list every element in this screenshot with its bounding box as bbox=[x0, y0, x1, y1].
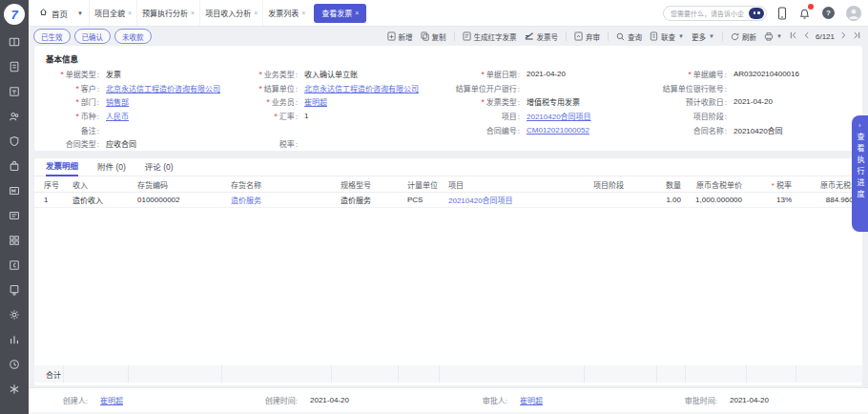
audit-footer: 创建人:崔明超 创建时间:2021-04-20 审批人:崔明超 审批时间:202… bbox=[29, 387, 868, 412]
inventory-name-link[interactable]: 造价服务 bbox=[221, 195, 331, 205]
assistant-robot-icon[interactable] bbox=[749, 8, 764, 19]
tab-home[interactable]: 首页 ▼ bbox=[29, 8, 89, 19]
view-progress-side-tab[interactable]: › 查看执行进度 bbox=[852, 115, 868, 232]
boards-icon[interactable] bbox=[9, 36, 20, 48]
field-label: 结算单位开户银行: bbox=[444, 83, 520, 93]
status-badge-confirmed: 已确认 bbox=[74, 29, 112, 44]
close-icon[interactable]: × bbox=[301, 10, 305, 16]
tab-project-overview[interactable]: 项目全貌× bbox=[89, 0, 136, 26]
close-icon[interactable]: × bbox=[191, 10, 195, 16]
history-clock-icon[interactable] bbox=[9, 359, 20, 370]
report-cert-icon[interactable] bbox=[9, 284, 20, 296]
doc-date-value: 2021-04-20 bbox=[520, 70, 655, 78]
settle-unit-link[interactable]: 北京永达信工程造价咨询有限公司 bbox=[298, 83, 444, 93]
notification-badge bbox=[808, 4, 814, 10]
close-icon[interactable]: × bbox=[254, 10, 258, 16]
search-placeholder: 您需要什么，请告诉小企 bbox=[671, 9, 744, 18]
app-logo[interactable]: 7 bbox=[4, 4, 25, 25]
customers-icon[interactable] bbox=[9, 111, 20, 122]
invoice-icon[interactable] bbox=[9, 86, 20, 97]
field-label: 税率: bbox=[229, 138, 298, 149]
home-icon bbox=[39, 8, 48, 18]
field-label: 合同名称: bbox=[655, 125, 727, 135]
contract-edit-icon[interactable] bbox=[9, 61, 20, 72]
assistant-search-input[interactable]: 您需要什么，请告诉小企 bbox=[663, 6, 767, 21]
field-label: *部门: bbox=[34, 96, 99, 107]
snowflake-icon[interactable] bbox=[9, 383, 20, 395]
field-label: 预计收款日: bbox=[655, 96, 727, 107]
field-label: *结算单位: bbox=[229, 83, 298, 93]
close-icon[interactable]: × bbox=[128, 10, 132, 16]
voucher-card-icon[interactable] bbox=[9, 210, 20, 221]
contract-number-link[interactable]: CM012021000052 bbox=[520, 126, 655, 135]
help-icon[interactable]: ? bbox=[822, 7, 835, 19]
creator-link[interactable]: 崔明超 bbox=[100, 395, 123, 405]
shop-bag-icon[interactable] bbox=[9, 160, 20, 172]
project-link[interactable]: 20210420合同项目 bbox=[520, 111, 655, 121]
field-label: 项目: bbox=[444, 111, 520, 121]
apps-grid-icon[interactable] bbox=[9, 235, 20, 246]
refresh-button[interactable]: 刷新 bbox=[731, 31, 756, 42]
approve-time-label: 审批时间: bbox=[658, 395, 717, 405]
field-label: 备注: bbox=[34, 125, 99, 135]
department-link[interactable]: 销售部 bbox=[99, 96, 229, 107]
doc-type-value: 发票 bbox=[99, 69, 229, 79]
status-badge-unpaid: 未收款 bbox=[114, 29, 152, 44]
salesperson-link[interactable]: 崔明超 bbox=[298, 96, 444, 107]
invoice-detail-card: 发票明细 附件 (0) 评论 (0) 序号 收入 存货编码 存货名称 规格型号 … bbox=[34, 158, 862, 385]
tab-attachments[interactable]: 附件 (0) bbox=[97, 160, 126, 176]
contract-type-value: 应收合同 bbox=[99, 138, 229, 149]
close-icon[interactable]: × bbox=[355, 10, 359, 16]
row-project-link[interactable]: 20210420合同项目 bbox=[439, 195, 584, 205]
currency-link[interactable]: 人民币 bbox=[99, 111, 229, 121]
exchange-rate-value: 1 bbox=[298, 112, 444, 120]
chevron-down-icon[interactable]: ▼ bbox=[77, 10, 83, 16]
more-button[interactable]: 更多▼ bbox=[692, 31, 714, 42]
field-label: *发票类型: bbox=[444, 96, 520, 107]
copy-button[interactable]: 复制 bbox=[421, 31, 446, 42]
field-label: *单据编号: bbox=[655, 69, 727, 79]
tab-budget-analysis[interactable]: 预算执行分析× bbox=[136, 0, 199, 26]
tab-income-analysis[interactable]: 项目收入分析× bbox=[199, 0, 262, 26]
generate-red-invoice-button[interactable]: 生成红字发票 bbox=[463, 31, 517, 42]
customer-link[interactable]: 北京永达信工程造价咨询有限公司 bbox=[99, 83, 229, 93]
biz-type-value: 收入确认单立账 bbox=[298, 69, 444, 79]
shield-icon[interactable] bbox=[9, 135, 20, 147]
last-page-icon[interactable] bbox=[853, 31, 860, 41]
field-label: 合同编号: bbox=[444, 125, 520, 135]
query-button[interactable]: 查询 bbox=[616, 31, 642, 42]
approve-time-value: 2021-04-20 bbox=[730, 396, 769, 404]
page-indicator: 6/121 bbox=[816, 32, 835, 41]
field-label: *币种: bbox=[34, 111, 99, 121]
memo-card-icon[interactable] bbox=[9, 185, 20, 197]
tab-invoice-detail[interactable]: 发票明细 bbox=[46, 159, 78, 176]
settings-gear-icon[interactable] bbox=[9, 309, 20, 321]
table-sum-row: 合计 bbox=[34, 365, 862, 383]
first-page-icon[interactable] bbox=[790, 31, 797, 41]
avatar[interactable] bbox=[846, 6, 861, 21]
print-button[interactable]: ▼ bbox=[764, 31, 782, 41]
mobile-phone-icon[interactable] bbox=[777, 7, 787, 20]
approver-link[interactable]: 崔明超 bbox=[520, 395, 543, 405]
new-button[interactable]: 新增 bbox=[387, 31, 413, 42]
discard-approval-button[interactable]: 弃审 bbox=[574, 31, 600, 42]
table-row[interactable]: 1 造价收入 0100000002 造价服务 造价服务 PCS 20210420… bbox=[34, 193, 862, 208]
contract-name-value: 20210420合同 bbox=[727, 125, 860, 135]
field-label: 结算单位银行账号: bbox=[655, 83, 727, 93]
tab-view-invoice[interactable]: 查看发票× bbox=[314, 4, 366, 23]
tab-comments[interactable]: 评论 (0) bbox=[145, 160, 174, 176]
field-label: *业务员: bbox=[229, 96, 298, 107]
field-label: *单据类型: bbox=[34, 69, 99, 79]
prev-page-icon[interactable] bbox=[803, 31, 810, 41]
analytics-bar-chart-icon[interactable] bbox=[9, 334, 20, 345]
field-label: *汇率: bbox=[229, 111, 298, 121]
linked-query-button[interactable]: 联查▼ bbox=[650, 31, 684, 42]
field-label: *客户: bbox=[34, 83, 99, 93]
create-time-value: 2021-04-20 bbox=[310, 396, 349, 404]
tab-invoice-list[interactable]: 发票列表× bbox=[262, 0, 310, 26]
invoice-number-button[interactable]: 发票号 bbox=[525, 31, 559, 42]
next-page-icon[interactable] bbox=[840, 31, 847, 41]
table-header: 序号 收入 存货编码 存货名称 规格型号 计量单位 项目 项目阶段 数量 原币含… bbox=[34, 176, 862, 193]
notification-bell-icon[interactable] bbox=[798, 7, 811, 20]
finance-card-icon[interactable] bbox=[9, 259, 20, 271]
